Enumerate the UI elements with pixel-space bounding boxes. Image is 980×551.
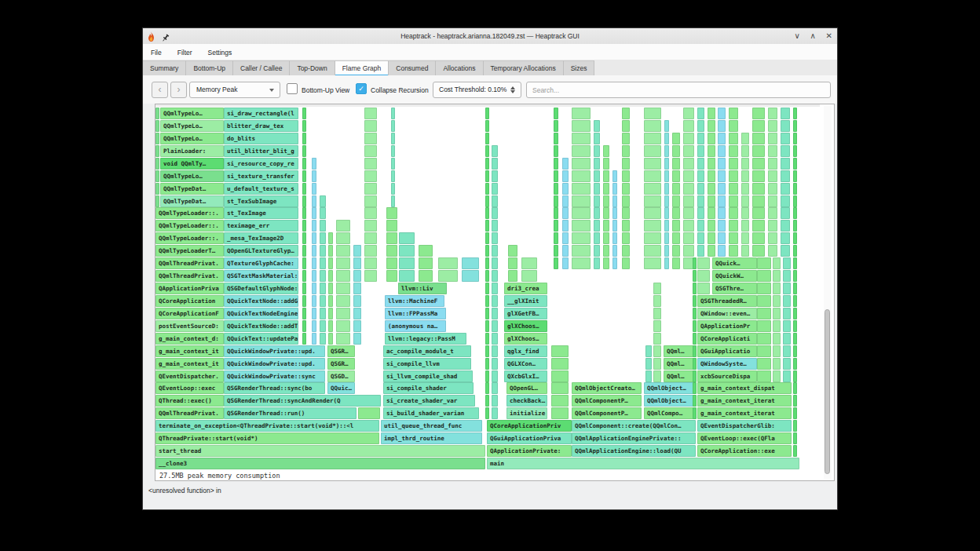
flame-cell[interactable] <box>364 257 377 269</box>
flame-cell[interactable] <box>718 183 726 195</box>
flame-cell[interactable] <box>757 320 771 332</box>
flame-cell[interactable]: QSGRenderThread::syncAndRender(Q <box>224 395 381 407</box>
flame-cell[interactable] <box>697 170 704 182</box>
flame-cell[interactable] <box>508 257 517 269</box>
flame-cell[interactable] <box>793 108 797 119</box>
flame-cell[interactable] <box>492 220 498 232</box>
flame-cell[interactable] <box>572 145 591 157</box>
flame-cell[interactable] <box>741 145 749 157</box>
flame-cell[interactable] <box>781 108 790 119</box>
flame-cell[interactable] <box>554 183 558 195</box>
flame-cell[interactable] <box>768 120 777 132</box>
flame-cell[interactable] <box>364 270 377 282</box>
flame-cell[interactable] <box>554 108 558 119</box>
flame-cell[interactable] <box>485 220 489 232</box>
flame-cell[interactable] <box>391 145 395 157</box>
flame-cell[interactable]: glXGetFB… <box>504 308 547 319</box>
flame-cell[interactable] <box>551 382 569 394</box>
title-bar[interactable]: Heaptrack - heaptrack.arianna.182049.zst… <box>143 28 837 45</box>
flame-cell[interactable] <box>752 145 765 157</box>
flame-cell[interactable] <box>683 170 694 182</box>
flame-cell[interactable] <box>399 257 415 269</box>
flame-cell[interactable] <box>793 158 797 170</box>
flame-cell[interactable] <box>783 257 791 269</box>
flame-cell[interactable] <box>302 308 306 319</box>
flame-cell[interactable] <box>594 170 600 182</box>
flame-cell[interactable] <box>492 232 498 244</box>
flame-cell[interactable] <box>757 283 771 294</box>
flame-cell[interactable] <box>672 207 680 219</box>
flame-cell[interactable] <box>562 245 569 257</box>
flame-cell[interactable] <box>492 207 498 219</box>
flame-cell[interactable] <box>485 345 489 357</box>
flame-cell[interactable] <box>554 120 558 132</box>
flame-cell[interactable] <box>521 270 537 282</box>
flame-cell[interactable] <box>320 295 326 307</box>
flame-cell[interactable]: QQmlTypeLo… <box>160 108 224 119</box>
flame-cell[interactable] <box>320 320 326 332</box>
flame-cell[interactable]: QQmlApplicationEnginePrivate:: <box>572 432 696 444</box>
flame-cell[interactable] <box>697 195 704 207</box>
flame-cell[interactable] <box>768 183 777 195</box>
flame-cell[interactable] <box>302 295 306 307</box>
flame-cell[interactable] <box>683 220 694 232</box>
flame-cell[interactable] <box>485 370 489 382</box>
tab-sizes[interactable]: Sizes <box>564 60 595 76</box>
flame-cell[interactable] <box>708 220 715 232</box>
flame-cell[interactable]: QQmlObject… <box>644 395 696 407</box>
flame-cell[interactable] <box>683 195 694 207</box>
flame-cell[interactable] <box>328 333 333 345</box>
flame-cell[interactable] <box>485 395 489 407</box>
flame-cell[interactable] <box>693 308 697 319</box>
flame-cell[interactable] <box>697 283 710 294</box>
flame-cell[interactable]: llvm::MachineF <box>385 295 444 307</box>
flame-cell[interactable] <box>364 232 377 244</box>
flame-cell[interactable] <box>594 158 600 170</box>
flame-cell[interactable] <box>353 320 361 332</box>
flame-cell[interactable]: QEventDispatcher. <box>155 370 224 382</box>
flame-cell[interactable] <box>554 133 558 144</box>
flame-cell[interactable]: postEventSourceD: <box>155 320 224 332</box>
flame-cell[interactable] <box>622 220 630 232</box>
tab-top-down[interactable]: Top-Down <box>290 60 335 76</box>
flame-cell[interactable]: xcbSourceDispa <box>697 370 757 382</box>
flame-cell[interactable] <box>485 270 489 282</box>
flame-cell[interactable] <box>729 207 738 219</box>
flame-cell[interactable] <box>757 333 771 345</box>
flame-cell[interactable] <box>485 183 489 195</box>
flame-cell[interactable] <box>793 120 797 132</box>
flame-cell[interactable] <box>386 207 397 219</box>
flame-cell[interactable] <box>781 195 790 207</box>
flame-cell[interactable] <box>336 257 350 269</box>
flame-cell[interactable] <box>793 207 797 219</box>
flame-cell[interactable] <box>594 220 600 232</box>
flame-cell[interactable] <box>622 170 630 182</box>
flame-cell[interactable] <box>793 257 797 269</box>
flame-cell[interactable]: QSGThreadedR… <box>697 295 757 307</box>
flame-cell[interactable] <box>672 183 680 195</box>
flame-cell[interactable] <box>644 257 661 269</box>
flame-cell[interactable] <box>328 245 333 257</box>
flame-cell[interactable] <box>697 207 704 219</box>
flame-cell[interactable]: g_main_context_dispat <box>697 382 792 394</box>
flame-cell[interactable] <box>492 145 498 157</box>
flame-cell[interactable] <box>562 207 569 219</box>
flame-cell[interactable]: QQml… <box>664 345 696 357</box>
flame-cell[interactable] <box>793 420 797 432</box>
flame-cell[interactable] <box>328 295 333 307</box>
flame-cell[interactable] <box>783 320 791 332</box>
flame-cell[interactable] <box>603 145 609 157</box>
flame-cell[interactable] <box>683 108 694 119</box>
flame-cell[interactable] <box>773 370 781 382</box>
flame-cell[interactable] <box>768 170 777 182</box>
flame-cell[interactable]: QSGR… <box>327 358 355 370</box>
flame-cell[interactable] <box>391 170 395 182</box>
maximize-button[interactable]: ∧ <box>810 31 816 40</box>
flame-cell[interactable] <box>793 370 797 382</box>
flame-cell[interactable]: impl_thrd_routine <box>381 432 482 444</box>
flame-cell[interactable] <box>693 283 697 294</box>
flame-cell[interactable] <box>664 158 669 170</box>
flame-cell[interactable]: QEventDispatcherGlib: <box>697 420 792 432</box>
flame-cell[interactable] <box>320 195 326 207</box>
flame-cell[interactable] <box>653 283 661 294</box>
